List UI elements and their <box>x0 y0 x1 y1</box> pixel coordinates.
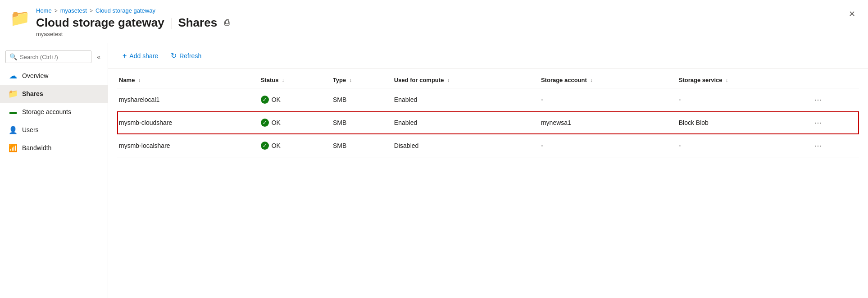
table-container: Name ↕ Status ↕ Type ↕ <box>108 69 868 298</box>
sort-name-icon: ↕ <box>138 78 141 83</box>
cell-type-1: SMB <box>331 111 392 134</box>
sort-status-icon: ↕ <box>282 78 284 83</box>
col-name[interactable]: Name ↕ <box>117 72 259 88</box>
folder-icon: 📁 <box>9 9 31 27</box>
cell-name-2: mysmb-localshare <box>117 134 259 157</box>
more-button-0[interactable]: ⋯ <box>811 94 825 105</box>
table-row-selected[interactable]: mysmb-cloudshare ✓ OK SMB Enabled mynews… <box>117 111 859 134</box>
table-row[interactable]: mysmb-localshare ✓ OK SMB Disabled - - <box>117 134 859 157</box>
add-share-label: Add share <box>129 52 158 60</box>
cell-status-1: ✓ OK <box>259 111 331 134</box>
breadcrumb: Home > myasetest > Cloud storage gateway <box>36 7 231 14</box>
storage-accounts-icon: ▬ <box>9 107 18 116</box>
status-ok-icon-2: ✓ <box>261 142 269 150</box>
cell-more-1: ⋯ <box>809 111 859 134</box>
title-divider: | <box>170 16 173 30</box>
sort-compute-icon: ↕ <box>447 78 450 83</box>
resource-subtitle: myasetest <box>36 31 231 37</box>
main-layout: 🔍 « ☁ Overview 📁 Shares ▬ Storage accoun… <box>0 43 868 298</box>
search-input[interactable] <box>20 54 87 60</box>
toolbar: + Add share ↻ Refresh <box>108 43 868 69</box>
cell-more-2: ⋯ <box>809 134 859 157</box>
header-text: Home > myasetest > Cloud storage gateway… <box>36 7 231 37</box>
breadcrumb-home[interactable]: Home <box>36 7 52 14</box>
status-ok-icon-0: ✓ <box>261 96 269 104</box>
col-storage-account[interactable]: Storage account ↕ <box>539 72 677 88</box>
sidebar-item-storage-accounts[interactable]: ▬ Storage accounts <box>0 103 108 121</box>
table-body: mysharelocal1 ✓ OK SMB Enabled - - <box>117 88 859 157</box>
cell-type-0: SMB <box>331 88 392 111</box>
breadcrumb-sep-2: > <box>90 8 93 14</box>
close-button[interactable]: ✕ <box>845 7 859 21</box>
collapse-button[interactable]: « <box>95 51 102 62</box>
sidebar-label-overview: Overview <box>22 72 48 79</box>
sort-storage-account-icon: ↕ <box>590 78 592 83</box>
cell-storage-account-1: mynewsa1 <box>539 111 677 134</box>
breadcrumb-sep-1: > <box>55 8 58 14</box>
col-compute[interactable]: Used for compute ↕ <box>392 72 539 88</box>
content-area: + Add share ↻ Refresh Name ↕ <box>108 43 868 298</box>
sidebar: 🔍 « ☁ Overview 📁 Shares ▬ Storage accoun… <box>0 43 108 298</box>
table-row[interactable]: mysharelocal1 ✓ OK SMB Enabled - - <box>117 88 859 111</box>
overview-icon: ☁ <box>9 71 18 80</box>
bandwidth-icon: 📶 <box>9 143 18 152</box>
search-container: 🔍 « <box>0 47 108 67</box>
refresh-button[interactable]: ↻ Refresh <box>165 49 207 63</box>
more-button-1[interactable]: ⋯ <box>811 117 825 128</box>
add-icon: + <box>123 52 127 60</box>
sidebar-label-users: Users <box>22 126 39 133</box>
sort-storage-service-icon: ↕ <box>726 78 728 83</box>
sidebar-label-storage-accounts: Storage accounts <box>22 108 71 115</box>
breadcrumb-myasetest[interactable]: myasetest <box>60 7 87 14</box>
cell-more-0: ⋯ <box>809 88 859 111</box>
page-title: Cloud storage gateway | Shares ⎙ <box>36 16 231 30</box>
sidebar-label-shares: Shares <box>22 90 43 97</box>
cell-name-1: mysmb-cloudshare <box>117 111 259 134</box>
users-icon: 👤 <box>9 125 18 134</box>
cell-type-2: SMB <box>331 134 392 157</box>
sidebar-item-overview[interactable]: ☁ Overview <box>0 67 108 85</box>
status-ok-icon-1: ✓ <box>261 119 269 127</box>
header: 📁 Home > myasetest > Cloud storage gatew… <box>0 0 868 43</box>
shares-table: Name ↕ Status ↕ Type ↕ <box>117 72 859 157</box>
cell-compute-1: Enabled <box>392 111 539 134</box>
refresh-label: Refresh <box>179 52 201 60</box>
cell-compute-0: Enabled <box>392 88 539 111</box>
cell-storage-service-1: Block Blob <box>677 111 809 134</box>
app-container: 📁 Home > myasetest > Cloud storage gatew… <box>0 0 868 298</box>
breadcrumb-current[interactable]: Cloud storage gateway <box>95 7 155 14</box>
cell-storage-service-2: - <box>677 134 809 157</box>
add-share-button[interactable]: + Add share <box>117 49 164 63</box>
refresh-icon: ↻ <box>171 51 177 60</box>
sidebar-item-users[interactable]: 👤 Users <box>0 121 108 139</box>
col-actions <box>809 72 859 88</box>
col-type[interactable]: Type ↕ <box>331 72 392 88</box>
col-status[interactable]: Status ↕ <box>259 72 331 88</box>
shares-icon: 📁 <box>9 89 18 98</box>
table-header: Name ↕ Status ↕ Type ↕ <box>117 72 859 88</box>
sidebar-label-bandwidth: Bandwidth <box>22 144 51 151</box>
cell-status-0: ✓ OK <box>259 88 331 111</box>
search-icon: 🔍 <box>9 53 17 60</box>
more-button-2[interactable]: ⋯ <box>811 140 825 151</box>
col-storage-service[interactable]: Storage service ↕ <box>677 72 809 88</box>
cell-status-2: ✓ OK <box>259 134 331 157</box>
cell-storage-account-2: - <box>539 134 677 157</box>
print-icon[interactable]: ⎙ <box>223 16 231 30</box>
cell-storage-service-0: - <box>677 88 809 111</box>
cell-storage-account-0: - <box>539 88 677 111</box>
sidebar-item-bandwidth[interactable]: 📶 Bandwidth <box>0 139 108 157</box>
page-section: Shares <box>178 16 217 30</box>
sort-type-icon: ↕ <box>350 78 352 83</box>
resource-name: Cloud storage gateway <box>36 16 164 30</box>
cell-compute-2: Disabled <box>392 134 539 157</box>
sidebar-item-shares[interactable]: 📁 Shares <box>0 85 108 103</box>
cell-name-0: mysharelocal1 <box>117 88 259 111</box>
search-wrapper[interactable]: 🔍 <box>5 50 91 63</box>
